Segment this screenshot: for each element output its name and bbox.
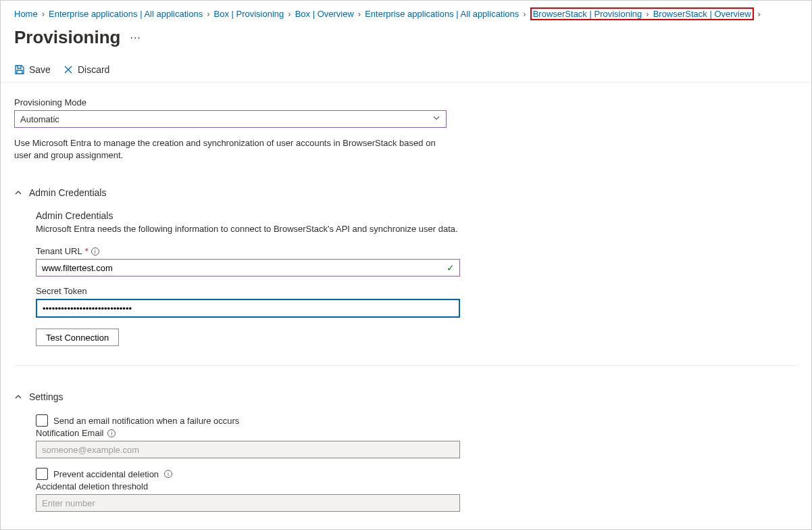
breadcrumb-link[interactable]: Enterprise applications | All applicatio… — [365, 9, 519, 19]
breadcrumb: Home › Enterprise applications | All app… — [1, 1, 811, 26]
breadcrumb-link[interactable]: BrowserStack | Provisioning — [533, 9, 642, 19]
settings-section: Settings Send an email notification when… — [14, 391, 798, 530]
toolbar: Save Discard — [1, 60, 811, 82]
notification-email-label: Notification Email — [36, 428, 103, 438]
prevent-deletion-label: Prevent accidental deletion — [53, 469, 159, 479]
section-title: Settings — [29, 391, 64, 402]
secret-token-input[interactable] — [36, 299, 460, 318]
save-label: Save — [29, 64, 51, 75]
provisioning-mode-select[interactable]: Automatic — [14, 110, 447, 128]
chevron-right-icon: › — [644, 9, 650, 19]
admin-credentials-section: Admin Credentials Admin Credentials Micr… — [14, 187, 798, 366]
provisioning-mode-description: Use Microsoft Entra to manage the creati… — [14, 137, 447, 162]
failure-notification-checkbox[interactable] — [36, 414, 48, 427]
checkmark-icon: ✓ — [447, 262, 455, 273]
provisioning-mode-value: Automatic — [20, 114, 59, 124]
chevron-right-icon: › — [205, 9, 211, 19]
save-icon — [14, 64, 25, 75]
admin-subtitle: Admin Credentials — [36, 210, 474, 221]
info-icon[interactable]: i — [164, 470, 172, 478]
chevron-up-icon — [14, 189, 22, 197]
breadcrumb-highlight: BrowserStack | Provisioning › BrowserSta… — [530, 7, 754, 20]
notification-email-input[interactable] — [36, 441, 460, 458]
chevron-right-icon: › — [41, 9, 46, 19]
chevron-right-icon: › — [757, 9, 762, 19]
chevron-up-icon — [14, 393, 22, 401]
more-actions-button[interactable]: ··· — [130, 32, 141, 44]
breadcrumb-link[interactable]: Box | Overview — [295, 9, 354, 19]
chevron-down-icon — [432, 114, 440, 124]
tenant-url-input[interactable] — [36, 259, 460, 276]
tenant-url-label: Tenant URL * i — [36, 246, 474, 256]
secret-token-label: Secret Token — [36, 286, 474, 296]
section-title: Admin Credentials — [29, 187, 106, 198]
admin-description: Microsoft Entra needs the following info… — [36, 224, 474, 234]
prevent-deletion-checkbox[interactable] — [36, 468, 48, 480]
deletion-threshold-input[interactable] — [36, 494, 460, 512]
test-connection-button[interactable]: Test Connection — [36, 329, 119, 346]
info-icon[interactable]: i — [107, 429, 116, 437]
breadcrumb-link[interactable]: BrowserStack | Overview — [653, 9, 751, 19]
discard-label: Discard — [78, 64, 109, 75]
admin-credentials-toggle[interactable]: Admin Credentials — [14, 187, 798, 198]
save-button[interactable]: Save — [14, 64, 51, 75]
chevron-right-icon: › — [286, 9, 292, 19]
close-icon — [63, 64, 74, 75]
discard-button[interactable]: Discard — [63, 64, 109, 75]
chevron-right-icon: › — [357, 9, 362, 19]
failure-notification-label: Send an email notification when a failur… — [53, 416, 239, 426]
info-icon[interactable]: i — [91, 247, 99, 256]
page-title: Provisioning — [14, 27, 120, 48]
chevron-right-icon: › — [522, 9, 527, 19]
breadcrumb-link[interactable]: Box | Provisioning — [214, 9, 284, 19]
deletion-threshold-label: Accidental deletion threshold — [36, 481, 474, 491]
breadcrumb-link[interactable]: Enterprise applications | All applicatio… — [49, 9, 203, 19]
required-indicator: * — [85, 246, 88, 256]
breadcrumb-link[interactable]: Home — [14, 9, 38, 19]
settings-toggle[interactable]: Settings — [14, 391, 798, 402]
provisioning-mode-label: Provisioning Mode — [14, 97, 447, 107]
